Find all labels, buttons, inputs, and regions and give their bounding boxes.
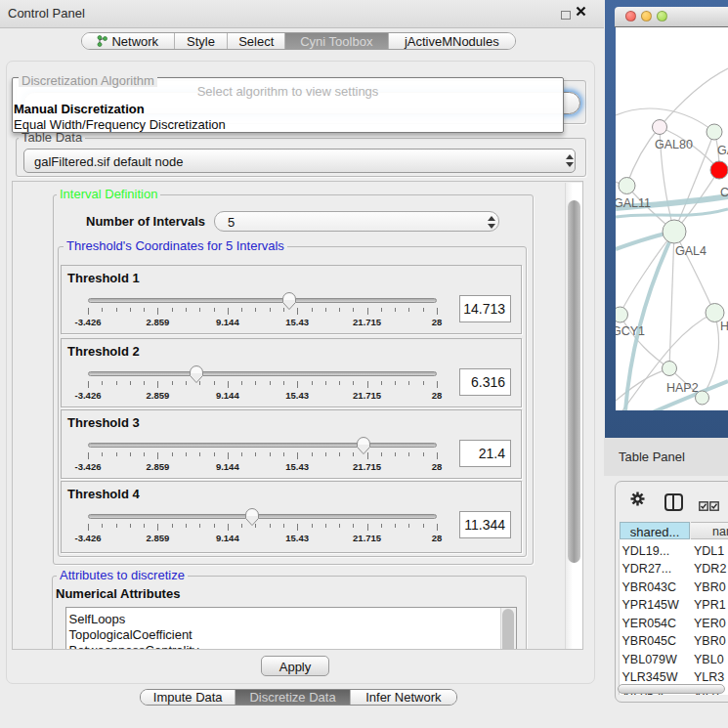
list-scrollbar-thumb[interactable]: [502, 609, 514, 650]
network-node[interactable]: [663, 220, 686, 243]
threshold-value-field[interactable]: 21.4: [459, 440, 511, 467]
table-row[interactable]: YDR27...YDR2: [620, 559, 728, 578]
gear-icon[interactable]: [629, 491, 646, 512]
slider-track[interactable]: [88, 514, 437, 519]
tab-cyni-toolbox[interactable]: Cyni Toolbox: [284, 33, 388, 49]
network-node-label: GCY1: [616, 324, 645, 338]
table-row[interactable]: YBR043CYBR0: [620, 578, 728, 596]
popup-item-equal-width[interactable]: Equal Width/Frequency Discretization: [14, 117, 226, 132]
spinner-up-arrow-icon[interactable]: [488, 216, 495, 221]
tab-jactivemnodules[interactable]: jActiveMNodules: [388, 33, 515, 49]
threshold-label: Threshold 1: [67, 271, 140, 285]
tab-select[interactable]: Select: [227, 33, 284, 49]
table-data-combobox[interactable]: galFiltered.sif default node: [23, 149, 576, 173]
checkbox-icon-1[interactable]: [699, 497, 708, 515]
slider-tick-label: 2.859: [136, 390, 179, 401]
slider-tick: [102, 308, 103, 312]
apply-button[interactable]: Apply: [261, 656, 329, 676]
checkbox-icon-2[interactable]: [709, 497, 719, 515]
cell-shared-name: YBR043C: [622, 580, 677, 594]
tab-style[interactable]: Style: [174, 33, 228, 49]
slider-tick: [367, 381, 368, 388]
table-row[interactable]: YDL19...YDL1: [620, 541, 728, 560]
threshold-value-field[interactable]: 14.713: [459, 295, 511, 322]
float-window-icon[interactable]: [561, 11, 571, 20]
number-of-intervals-spinner[interactable]: 5: [214, 211, 499, 232]
tab-label: Network: [111, 34, 158, 49]
bottom-tab-infer-network[interactable]: Infer Network: [350, 690, 456, 705]
slider-tick: [270, 308, 271, 312]
slider-tick: [408, 381, 409, 385]
network-node[interactable]: [616, 307, 628, 322]
network-node-label: GA: [717, 144, 728, 157]
zoom-traffic-light[interactable]: [657, 11, 667, 21]
network-node[interactable]: [619, 178, 635, 194]
table-row[interactable]: YPR145WYPR1: [620, 595, 728, 614]
slider-thumb[interactable]: [281, 291, 297, 315]
cell-shared-name: YDL19...: [622, 544, 670, 558]
list-item[interactable]: TopologicalCoefficient: [69, 627, 193, 642]
table-row[interactable]: YLR345WYLR3: [620, 667, 728, 686]
network-node[interactable]: [707, 124, 722, 140]
slider-tick: [423, 452, 424, 456]
minimize-traffic-light[interactable]: [641, 11, 652, 21]
slider-tick-label: -3.426: [66, 461, 109, 472]
slider-tick-label: 28: [415, 533, 458, 543]
table-row[interactable]: YBL079WYBL0: [620, 650, 728, 668]
slider-tick-label: -3.426: [66, 390, 109, 401]
close-traffic-light[interactable]: [625, 11, 636, 21]
spinner-down-arrow-icon[interactable]: [488, 224, 495, 229]
bottom-tab-impute-data[interactable]: Impute Data: [141, 690, 235, 705]
slider-tick: [88, 452, 89, 459]
slider-track[interactable]: [88, 443, 437, 448]
column-header-shared[interactable]: shared...: [620, 522, 690, 539]
numerical-attributes-list[interactable]: SelfLoopsTopologicalCoefficientBetweenne…: [65, 607, 517, 650]
network-node[interactable]: [663, 362, 677, 376]
slider-tick-label: 15.43: [276, 317, 319, 327]
slider-tick: [408, 452, 409, 456]
slider-tick: [437, 524, 438, 531]
network-node[interactable]: [653, 120, 667, 135]
horizontal-scrollbar-thumb[interactable]: [618, 684, 725, 694]
slider-tick-label: 2.859: [136, 533, 179, 543]
threshold-panel-2: Threshold 2-3.4262.8599.14415.4321.71528…: [61, 338, 522, 407]
slider-tick: [172, 308, 173, 312]
threshold-value-field[interactable]: 11.344: [459, 511, 511, 538]
bottom-tab-discretize-data[interactable]: Discretize Data: [235, 690, 349, 705]
slider-tick: [144, 308, 145, 312]
slider-thumb[interactable]: [189, 364, 204, 388]
network-edge: [616, 368, 669, 401]
close-icon[interactable]: [576, 5, 586, 20]
cell-name: YDL1: [694, 544, 724, 558]
cell-name: YBR0: [694, 580, 726, 594]
network-edge: [626, 127, 660, 186]
network-node[interactable]: [710, 161, 728, 179]
combo-up-arrow-icon: [566, 154, 574, 159]
slider-track[interactable]: [88, 298, 437, 303]
network-canvas[interactable]: GAL80GAGAL11CGAL4GCY1HHAP2: [616, 27, 728, 410]
tab-label: Cyni Toolbox: [300, 34, 372, 49]
cell-name: YBL0: [694, 653, 724, 666]
slider-tick: [367, 524, 368, 531]
slider-track[interactable]: [88, 371, 437, 376]
vertical-scrollbar-thumb[interactable]: [568, 200, 580, 563]
numerical-attributes-label: Numerical Attributes: [56, 586, 180, 601]
list-item[interactable]: SelfLoops: [69, 612, 126, 626]
number-of-intervals-label: Number of Intervals: [86, 214, 205, 229]
columns-icon-divider: [672, 495, 674, 509]
network-node-label: HAP2: [666, 381, 699, 395]
popup-item-manual-discretization[interactable]: Manual Discretization: [14, 102, 145, 116]
table-row[interactable]: YER054CYER0: [620, 614, 728, 632]
table-row[interactable]: YBR045CYBR0: [620, 631, 728, 650]
threshold-panel-1: Threshold 1-3.4262.8599.14415.4321.71528…: [61, 265, 522, 334]
slider-tick: [241, 381, 242, 385]
slider-thumb[interactable]: [244, 507, 260, 531]
threshold-value-field[interactable]: 6.316: [459, 368, 511, 396]
column-header-name[interactable]: name: [691, 522, 728, 539]
tab-network[interactable]: Network: [82, 33, 174, 49]
page: Control Panel NetworkStyleSelectCyni Too…: [0, 0, 728, 728]
list-item[interactable]: BetweennessCentrality: [69, 643, 199, 650]
slider-thumb[interactable]: [356, 436, 371, 459]
slider-tick: [214, 308, 215, 312]
tab-label: jActiveMNodules: [405, 34, 499, 49]
